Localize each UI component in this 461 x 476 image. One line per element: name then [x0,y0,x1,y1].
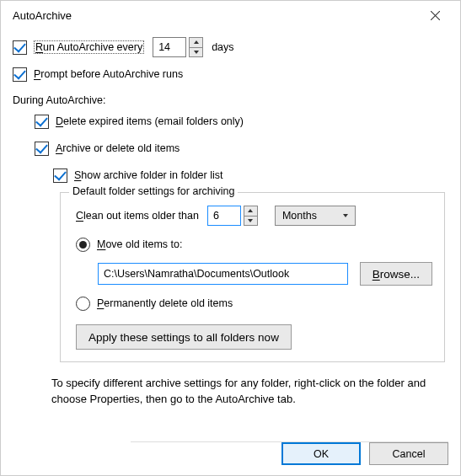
default-settings-group: Default folder settings for archiving Cl… [60,192,445,362]
perm-radio[interactable] [76,297,90,311]
clean-up[interactable] [244,206,258,216]
clean-row: Clean out items older than Months [76,205,432,227]
clean-label[interactable]: Clean out items older than [76,210,199,222]
archive-old-row: Archive or delete old items [13,138,448,158]
autoarchive-dialog: AutoArchive Run AutoArchive every days P… [0,0,461,476]
prompt-row: Prompt before AutoArchive runs [13,64,448,84]
archive-old-checkbox[interactable] [35,142,49,156]
perm-label[interactable]: Permanently delete old items [97,297,233,309]
run-autoarchive-row: Run AutoArchive every days [13,37,448,57]
chevron-down-icon [248,219,253,222]
archive-path-input[interactable] [98,263,348,285]
window-title: AutoArchive [13,9,416,22]
chevron-up-icon [248,209,253,212]
prompt-label[interactable]: Prompt before AutoArchive runs [34,68,183,80]
archive-old-label[interactable]: Archive or delete old items [56,142,180,154]
delete-expired-label[interactable]: Delete expired items (email folders only… [56,115,244,127]
perm-row: Permanently delete old items [76,292,432,314]
show-folder-row: Show archive folder in folder list [13,165,448,185]
move-radio[interactable] [76,238,90,252]
run-days-spinner [189,37,203,57]
cancel-button[interactable]: Cancel [369,442,448,465]
clean-unit-select[interactable]: Months [275,206,356,226]
run-days-input[interactable] [153,37,186,57]
run-days-up[interactable] [189,37,203,47]
chevron-up-icon [194,40,199,44]
run-autoarchive-checkbox[interactable] [13,40,27,55]
move-label[interactable]: Move old items to: [97,238,182,250]
show-folder-checkbox[interactable] [53,168,67,183]
run-days-unit: days [212,41,233,53]
close-icon [431,11,440,20]
clean-down[interactable] [244,216,258,227]
prompt-checkbox[interactable] [13,67,27,82]
delete-expired-checkbox[interactable] [35,115,49,129]
run-days-down[interactable] [189,47,203,58]
clean-spinner [244,206,258,226]
move-row: Move old items to: [76,233,432,255]
during-label: During AutoArchive: [13,91,448,111]
chevron-down-icon [194,51,199,54]
default-settings-legend: Default folder settings for archiving [69,185,238,197]
chevron-down-icon [343,214,348,217]
browse-button[interactable]: Browse... [360,262,432,286]
ok-button[interactable]: OK [281,442,361,465]
clean-value-input[interactable] [207,206,241,226]
show-folder-label[interactable]: Show archive folder in folder list [74,169,222,181]
run-autoarchive-label[interactable]: Run AutoArchive every [34,41,144,53]
titlebar: AutoArchive [1,1,460,30]
dialog-content: Run AutoArchive every days Prompt before… [1,30,460,408]
hint-text: To specify different archive settings fo… [51,376,445,408]
button-bar: OK Cancel [13,442,448,465]
clean-unit-value: Months [282,210,317,222]
delete-expired-row: Delete expired items (email folders only… [13,111,448,131]
apply-all-button[interactable]: Apply these settings to all folders now [76,324,292,350]
path-row: Browse... [76,262,432,286]
close-button[interactable] [416,3,453,29]
